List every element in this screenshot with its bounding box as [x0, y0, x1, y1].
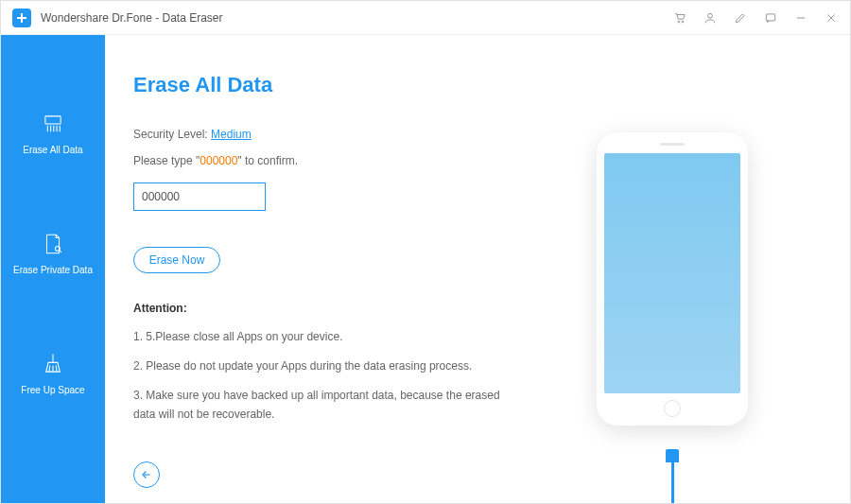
- broom-icon: [40, 351, 66, 377]
- titlebar: Wondershare Dr.Fone - Data Eraser: [1, 1, 850, 35]
- app-window: Wondershare Dr.Fone - Data Eraser: [0, 0, 851, 504]
- feedback-icon[interactable]: [763, 10, 778, 26]
- svg-point-2: [708, 13, 713, 18]
- sidebar-item-erase-all[interactable]: Erase All Data: [1, 92, 105, 174]
- erase-now-button[interactable]: Erase Now: [133, 247, 220, 273]
- body: Erase All Data Erase Private Data Free U…: [1, 35, 850, 503]
- svg-point-1: [682, 21, 684, 23]
- edit-icon[interactable]: [733, 10, 748, 26]
- close-icon[interactable]: [824, 10, 839, 26]
- app-title: Wondershare Dr.Fone - Data Eraser: [41, 11, 672, 25]
- page-heading: Erase All Data: [133, 73, 549, 97]
- sidebar-item-free-space[interactable]: Free Up Space: [1, 332, 105, 414]
- svg-rect-7: [45, 116, 61, 124]
- document-lock-icon: [40, 231, 66, 257]
- content: Erase All Data Security Level: Medium Pl…: [133, 73, 549, 484]
- attention-heading: Attention:: [133, 302, 549, 315]
- confirm-code: 000000: [200, 154, 237, 167]
- sidebar-label: Erase All Data: [23, 145, 82, 155]
- usb-cable-graphic: [665, 449, 680, 503]
- phone-graphic: [597, 132, 748, 426]
- sidebar-item-erase-private[interactable]: Erase Private Data: [1, 212, 105, 294]
- sidebar: Erase All Data Erase Private Data Free U…: [1, 35, 105, 503]
- security-level-label: Security Level:: [133, 128, 211, 141]
- app-logo: [12, 9, 31, 27]
- cart-icon[interactable]: [672, 10, 687, 26]
- main-panel: Erase All Data Security Level: Medium Pl…: [105, 35, 850, 503]
- confirm-input[interactable]: [133, 182, 266, 211]
- minimize-icon[interactable]: [793, 10, 808, 26]
- sidebar-label: Free Up Space: [21, 385, 84, 395]
- svg-line-16: [49, 366, 50, 373]
- attention-note-1: 1. 5.Please close all Apps on your devic…: [133, 328, 512, 346]
- svg-line-18: [56, 366, 57, 373]
- security-level-link[interactable]: Medium: [211, 128, 252, 141]
- user-icon[interactable]: [703, 10, 718, 26]
- back-button[interactable]: [133, 461, 160, 488]
- attention-note-2: 2. Please do not update your Apps during…: [133, 357, 512, 375]
- sidebar-label: Erase Private Data: [13, 265, 93, 275]
- svg-point-0: [678, 21, 680, 23]
- attention-note-3: 3. Make sure you have backed up all impo…: [133, 387, 512, 423]
- titlebar-actions: [672, 10, 839, 26]
- device-illustration: [549, 73, 795, 484]
- security-level-row: Security Level: Medium: [133, 128, 549, 141]
- confirm-instruction: Please type "000000" to confirm.: [133, 154, 549, 167]
- phone-screen: [604, 153, 740, 393]
- shredder-icon: [40, 111, 66, 137]
- phone-home-button: [664, 400, 681, 417]
- phone-speaker: [660, 143, 685, 146]
- svg-rect-3: [766, 13, 774, 20]
